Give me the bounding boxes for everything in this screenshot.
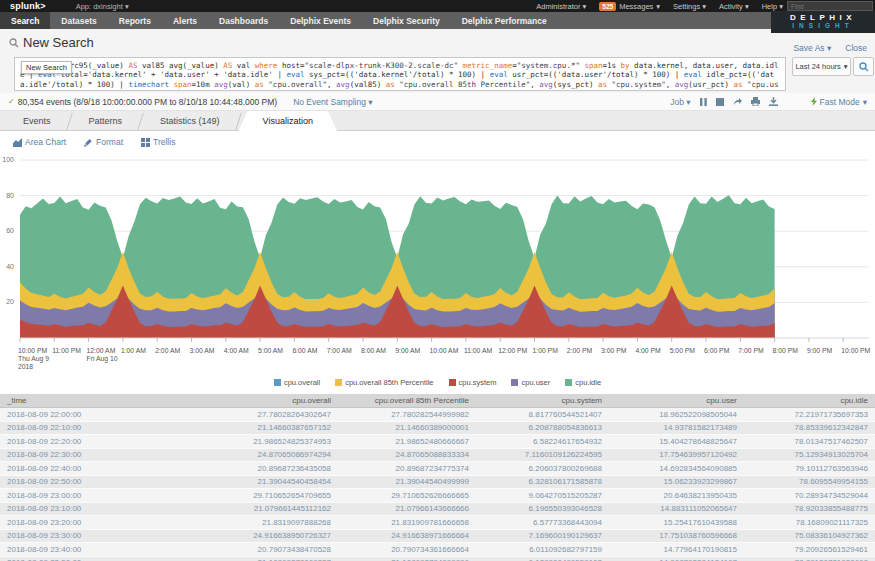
nav-item-alerts[interactable]: Alerts [162,12,208,29]
nav-item-datasets[interactable]: Datasets [50,12,107,29]
table-cell-value[interactable]: 27.78028264302647 [183,410,338,419]
column-header-cpu-overall[interactable]: cpu.overall [183,396,338,405]
table-cell-value[interactable]: 14.692834564090885 [609,464,744,473]
nav-item-delphix-events[interactable]: Delphix Events [279,12,362,29]
table-cell-value[interactable]: 78.85339612342847 [744,423,875,432]
nav-item-search[interactable]: Search [0,12,50,29]
nav-item-delphix-performance[interactable]: Delphix Performance [451,12,558,29]
table-cell-value[interactable]: 24.916638971666664 [338,531,476,540]
table-cell-value[interactable]: 15.06233923299867 [609,477,744,486]
table-cell-value[interactable]: 6.196550393046528 [476,504,609,513]
app-menu-dropdown[interactable]: App: dxinsight ▾ [76,2,129,11]
table-cell-value[interactable]: 6.206037800269688 [476,464,609,473]
table-cell-value[interactable]: 24.87065086974294 [183,450,338,459]
table-cell-value[interactable]: 20.790734361666664 [338,545,476,554]
table-cell-time[interactable]: 2018-08-09 22:40:00 [0,464,183,473]
table-cell-value[interactable]: 15.404278648825647 [609,437,744,446]
table-cell-value[interactable]: 17.754639957120492 [609,450,744,459]
table-cell-value[interactable]: 78.6095549954155 [744,477,875,486]
messages-dropdown[interactable]: 525 Messages ▾ [599,2,660,11]
table-cell-value[interactable]: 8.817760544521407 [476,410,609,419]
table-cell-value[interactable]: 21.98652480666667 [338,437,476,446]
legend-item-cpu-system[interactable]: cpu.system [449,378,497,387]
table-cell-value[interactable]: 20.89687236435058 [183,464,338,473]
table-cell-value[interactable]: 21.14660389000001 [338,423,476,432]
nav-item-reports[interactable]: Reports [108,12,162,29]
table-cell-time[interactable]: 2018-08-09 23:40:00 [0,545,183,554]
table-cell-value[interactable]: 9.064270515205287 [476,491,609,500]
table-cell-time[interactable]: 2018-08-09 22:50:00 [0,477,183,486]
table-cell-value[interactable]: 75.12934913025704 [744,450,875,459]
table-cell-time[interactable]: 2018-08-09 23:10:00 [0,504,183,513]
fast-mode-dropdown[interactable]: Fast Mode ▾ [811,97,867,107]
table-cell-value[interactable]: 78.01347517462507 [744,437,875,446]
stop-icon[interactable] [716,98,724,106]
table-cell-time[interactable]: 2018-08-09 23:20:00 [0,518,183,527]
table-cell-value[interactable]: 6.58224617654932 [476,437,609,446]
settings-dropdown[interactable]: Settings ▾ [673,2,706,11]
table-cell-value[interactable]: 21.14660387657152 [183,423,338,432]
table-cell-time[interactable]: 2018-08-09 22:20:00 [0,437,183,446]
table-cell-value[interactable]: 21.079661445112162 [183,504,338,513]
table-cell-value[interactable]: 21.986524825374953 [183,437,338,446]
table-cell-time[interactable]: 2018-08-09 23:00:00 [0,491,183,500]
job-dropdown[interactable]: Job ▾ [670,97,690,107]
chart-type-button[interactable]: Area Chart [13,137,66,147]
table-cell-value[interactable]: 29.710652654709655 [183,491,338,500]
user-menu-dropdown[interactable]: Administrator ▾ [536,2,586,11]
find-input[interactable] [787,1,873,11]
table-cell-value[interactable]: 24.87065088833334 [338,450,476,459]
table-cell-value[interactable]: 6.57773368443094 [476,518,609,527]
column-header-cpu-system[interactable]: cpu.system [476,396,609,405]
column-header-cpu-user[interactable]: cpu.user [609,396,744,405]
legend-item-cpu-overall[interactable]: cpu.overall [274,378,320,387]
area-chart[interactable] [16,156,870,344]
event-sampling-dropdown[interactable]: No Event Sampling ▾ [293,97,372,107]
table-cell-value[interactable]: 21.8319097888268 [183,518,338,527]
table-cell-value[interactable]: 7.1160109126224595 [476,450,609,459]
table-cell-value[interactable]: 27.780282544999982 [338,410,476,419]
search-query-input[interactable]: | mstats perc95(_value) AS val85 avg(_va… [14,57,786,91]
table-cell-value[interactable]: 14.883111052065647 [609,504,744,513]
table-cell-value[interactable]: 20.79073438470528 [183,545,338,554]
table-cell-value[interactable]: 29.710652626666665 [338,491,476,500]
table-cell-value[interactable]: 14.93781582173489 [609,423,744,432]
table-cell-value[interactable]: 14.77964170190815 [609,545,744,554]
table-cell-value[interactable]: 78.92033855488775 [744,504,875,513]
table-cell-value[interactable]: 75.08336104927362 [744,531,875,540]
nav-item-delphix-security[interactable]: Delphix Security [362,12,451,29]
tab-patterns[interactable]: Patterns [70,111,142,130]
table-cell-value[interactable]: 79.20926561529461 [744,545,875,554]
column-header-cpu-idle[interactable]: cpu.idle [744,396,875,405]
table-cell-value[interactable]: 20.64638213950435 [609,491,744,500]
table-cell-value[interactable]: 21.39044540499999 [338,477,476,486]
table-cell-value[interactable]: 78.16809021117325 [744,518,875,527]
table-cell-time[interactable]: 2018-08-09 22:00:00 [0,410,183,419]
table-cell-time[interactable]: 2018-08-09 22:10:00 [0,423,183,432]
tab-statistics-[interactable]: Statistics (149) [141,111,239,130]
table-cell-value[interactable]: 15.25417610439588 [609,518,744,527]
table-cell-value[interactable]: 7.169600190129637 [476,531,609,540]
table-cell-value[interactable]: 20.89687234775374 [338,464,476,473]
table-cell-time[interactable]: 2018-08-09 23:30:00 [0,531,183,540]
tab-events[interactable]: Events [4,111,70,130]
trellis-button[interactable]: Trellis [141,137,175,147]
table-cell-value[interactable]: 79.10112763563946 [744,464,875,473]
table-cell-value[interactable]: 21.39044540458454 [183,477,338,486]
column-header-cpu-overall-85th-Percentile[interactable]: cpu.overall 85th Percentile [338,396,476,405]
print-icon[interactable] [751,97,760,106]
legend-item-cpu-idle[interactable]: cpu.idle [565,378,601,387]
format-button[interactable]: Format [84,137,123,147]
table-cell-time[interactable]: 2018-08-09 22:30:00 [0,450,183,459]
help-dropdown[interactable]: Help ▾ [762,2,783,11]
table-cell-value[interactable]: 24.916638950726327 [183,531,338,540]
table-cell-value[interactable]: 21.831909781666658 [338,518,476,527]
table-cell-value[interactable]: 6.011092682797159 [476,545,609,554]
close-button[interactable]: Close [845,43,867,53]
legend-item-cpu-user[interactable]: cpu.user [511,378,550,387]
table-cell-value[interactable]: 72.21971735697353 [744,410,875,419]
tab-visualization[interactable]: Visualization [239,111,337,131]
table-cell-value[interactable]: 21.07966143666666 [338,504,476,513]
pause-icon[interactable] [700,98,707,106]
table-cell-value[interactable]: 6.328106171585878 [476,477,609,486]
